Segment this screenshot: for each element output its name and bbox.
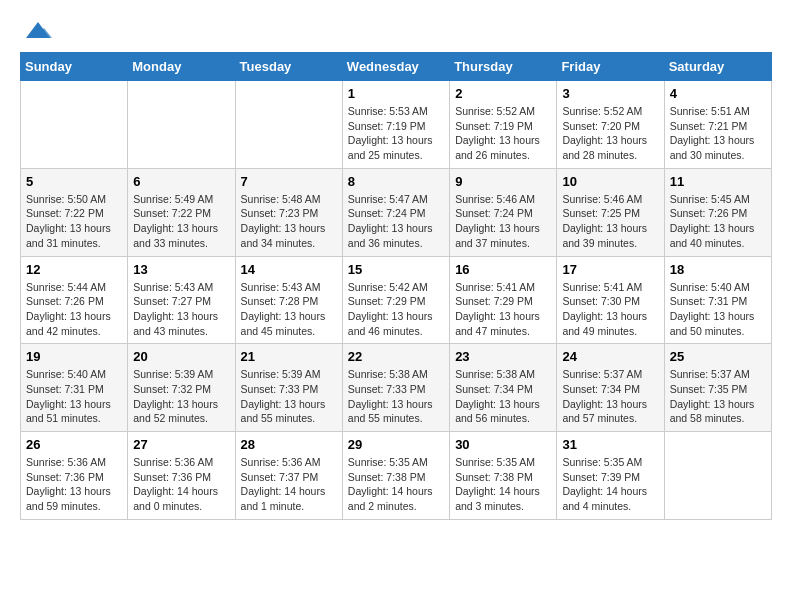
day-info: Sunrise: 5:50 AMSunset: 7:22 PMDaylight:… <box>26 192 122 251</box>
calendar-cell: 7Sunrise: 5:48 AMSunset: 7:23 PMDaylight… <box>235 168 342 256</box>
day-number: 26 <box>26 437 122 452</box>
day-of-week-header: Tuesday <box>235 53 342 81</box>
calendar-cell: 17Sunrise: 5:41 AMSunset: 7:30 PMDayligh… <box>557 256 664 344</box>
calendar-cell: 11Sunrise: 5:45 AMSunset: 7:26 PMDayligh… <box>664 168 771 256</box>
calendar-cell <box>128 81 235 169</box>
day-number: 17 <box>562 262 658 277</box>
day-info: Sunrise: 5:42 AMSunset: 7:29 PMDaylight:… <box>348 280 444 339</box>
day-info: Sunrise: 5:48 AMSunset: 7:23 PMDaylight:… <box>241 192 337 251</box>
logo <box>20 20 54 42</box>
calendar-cell: 19Sunrise: 5:40 AMSunset: 7:31 PMDayligh… <box>21 344 128 432</box>
day-info: Sunrise: 5:51 AMSunset: 7:21 PMDaylight:… <box>670 104 766 163</box>
day-info: Sunrise: 5:47 AMSunset: 7:24 PMDaylight:… <box>348 192 444 251</box>
calendar-cell: 8Sunrise: 5:47 AMSunset: 7:24 PMDaylight… <box>342 168 449 256</box>
day-number: 5 <box>26 174 122 189</box>
day-info: Sunrise: 5:36 AMSunset: 7:36 PMDaylight:… <box>26 455 122 514</box>
page-header <box>20 20 772 42</box>
day-info: Sunrise: 5:43 AMSunset: 7:27 PMDaylight:… <box>133 280 229 339</box>
day-number: 7 <box>241 174 337 189</box>
day-number: 15 <box>348 262 444 277</box>
day-number: 11 <box>670 174 766 189</box>
calendar-cell: 22Sunrise: 5:38 AMSunset: 7:33 PMDayligh… <box>342 344 449 432</box>
calendar-cell: 14Sunrise: 5:43 AMSunset: 7:28 PMDayligh… <box>235 256 342 344</box>
calendar-cell: 26Sunrise: 5:36 AMSunset: 7:36 PMDayligh… <box>21 432 128 520</box>
day-info: Sunrise: 5:40 AMSunset: 7:31 PMDaylight:… <box>670 280 766 339</box>
day-info: Sunrise: 5:38 AMSunset: 7:34 PMDaylight:… <box>455 367 551 426</box>
calendar-cell: 27Sunrise: 5:36 AMSunset: 7:36 PMDayligh… <box>128 432 235 520</box>
day-number: 30 <box>455 437 551 452</box>
calendar-cell: 24Sunrise: 5:37 AMSunset: 7:34 PMDayligh… <box>557 344 664 432</box>
day-number: 9 <box>455 174 551 189</box>
day-info: Sunrise: 5:45 AMSunset: 7:26 PMDaylight:… <box>670 192 766 251</box>
calendar-cell: 16Sunrise: 5:41 AMSunset: 7:29 PMDayligh… <box>450 256 557 344</box>
day-info: Sunrise: 5:38 AMSunset: 7:33 PMDaylight:… <box>348 367 444 426</box>
calendar-cell: 18Sunrise: 5:40 AMSunset: 7:31 PMDayligh… <box>664 256 771 344</box>
day-number: 12 <box>26 262 122 277</box>
calendar-cell: 21Sunrise: 5:39 AMSunset: 7:33 PMDayligh… <box>235 344 342 432</box>
day-of-week-header: Wednesday <box>342 53 449 81</box>
day-number: 23 <box>455 349 551 364</box>
day-number: 18 <box>670 262 766 277</box>
day-info: Sunrise: 5:49 AMSunset: 7:22 PMDaylight:… <box>133 192 229 251</box>
calendar-cell: 9Sunrise: 5:46 AMSunset: 7:24 PMDaylight… <box>450 168 557 256</box>
day-info: Sunrise: 5:39 AMSunset: 7:33 PMDaylight:… <box>241 367 337 426</box>
calendar-cell: 13Sunrise: 5:43 AMSunset: 7:27 PMDayligh… <box>128 256 235 344</box>
calendar-cell: 28Sunrise: 5:36 AMSunset: 7:37 PMDayligh… <box>235 432 342 520</box>
day-number: 20 <box>133 349 229 364</box>
calendar-cell: 29Sunrise: 5:35 AMSunset: 7:38 PMDayligh… <box>342 432 449 520</box>
calendar-cell: 4Sunrise: 5:51 AMSunset: 7:21 PMDaylight… <box>664 81 771 169</box>
calendar-week-row: 26Sunrise: 5:36 AMSunset: 7:36 PMDayligh… <box>21 432 772 520</box>
day-info: Sunrise: 5:52 AMSunset: 7:19 PMDaylight:… <box>455 104 551 163</box>
day-info: Sunrise: 5:35 AMSunset: 7:38 PMDaylight:… <box>455 455 551 514</box>
calendar-week-row: 19Sunrise: 5:40 AMSunset: 7:31 PMDayligh… <box>21 344 772 432</box>
day-number: 8 <box>348 174 444 189</box>
day-number: 1 <box>348 86 444 101</box>
day-info: Sunrise: 5:41 AMSunset: 7:29 PMDaylight:… <box>455 280 551 339</box>
day-info: Sunrise: 5:37 AMSunset: 7:34 PMDaylight:… <box>562 367 658 426</box>
day-info: Sunrise: 5:35 AMSunset: 7:39 PMDaylight:… <box>562 455 658 514</box>
calendar-week-row: 1Sunrise: 5:53 AMSunset: 7:19 PMDaylight… <box>21 81 772 169</box>
day-info: Sunrise: 5:46 AMSunset: 7:25 PMDaylight:… <box>562 192 658 251</box>
day-info: Sunrise: 5:44 AMSunset: 7:26 PMDaylight:… <box>26 280 122 339</box>
calendar-week-row: 12Sunrise: 5:44 AMSunset: 7:26 PMDayligh… <box>21 256 772 344</box>
day-of-week-header: Sunday <box>21 53 128 81</box>
day-info: Sunrise: 5:36 AMSunset: 7:36 PMDaylight:… <box>133 455 229 514</box>
day-info: Sunrise: 5:46 AMSunset: 7:24 PMDaylight:… <box>455 192 551 251</box>
day-number: 14 <box>241 262 337 277</box>
day-number: 2 <box>455 86 551 101</box>
day-of-week-header: Thursday <box>450 53 557 81</box>
calendar-cell: 12Sunrise: 5:44 AMSunset: 7:26 PMDayligh… <box>21 256 128 344</box>
calendar-cell: 1Sunrise: 5:53 AMSunset: 7:19 PMDaylight… <box>342 81 449 169</box>
day-info: Sunrise: 5:40 AMSunset: 7:31 PMDaylight:… <box>26 367 122 426</box>
calendar-cell: 5Sunrise: 5:50 AMSunset: 7:22 PMDaylight… <box>21 168 128 256</box>
day-number: 24 <box>562 349 658 364</box>
day-number: 22 <box>348 349 444 364</box>
logo-icon <box>22 20 54 42</box>
calendar-cell: 23Sunrise: 5:38 AMSunset: 7:34 PMDayligh… <box>450 344 557 432</box>
day-info: Sunrise: 5:39 AMSunset: 7:32 PMDaylight:… <box>133 367 229 426</box>
day-number: 29 <box>348 437 444 452</box>
calendar-cell: 3Sunrise: 5:52 AMSunset: 7:20 PMDaylight… <box>557 81 664 169</box>
calendar-week-row: 5Sunrise: 5:50 AMSunset: 7:22 PMDaylight… <box>21 168 772 256</box>
day-number: 6 <box>133 174 229 189</box>
calendar-cell: 2Sunrise: 5:52 AMSunset: 7:19 PMDaylight… <box>450 81 557 169</box>
day-info: Sunrise: 5:37 AMSunset: 7:35 PMDaylight:… <box>670 367 766 426</box>
calendar-cell <box>664 432 771 520</box>
day-of-week-header: Friday <box>557 53 664 81</box>
day-number: 28 <box>241 437 337 452</box>
day-info: Sunrise: 5:35 AMSunset: 7:38 PMDaylight:… <box>348 455 444 514</box>
calendar-cell <box>235 81 342 169</box>
calendar-cell: 15Sunrise: 5:42 AMSunset: 7:29 PMDayligh… <box>342 256 449 344</box>
day-number: 27 <box>133 437 229 452</box>
day-number: 4 <box>670 86 766 101</box>
calendar-cell: 30Sunrise: 5:35 AMSunset: 7:38 PMDayligh… <box>450 432 557 520</box>
day-number: 21 <box>241 349 337 364</box>
day-info: Sunrise: 5:41 AMSunset: 7:30 PMDaylight:… <box>562 280 658 339</box>
day-info: Sunrise: 5:53 AMSunset: 7:19 PMDaylight:… <box>348 104 444 163</box>
day-number: 13 <box>133 262 229 277</box>
day-info: Sunrise: 5:43 AMSunset: 7:28 PMDaylight:… <box>241 280 337 339</box>
day-number: 19 <box>26 349 122 364</box>
day-info: Sunrise: 5:52 AMSunset: 7:20 PMDaylight:… <box>562 104 658 163</box>
day-info: Sunrise: 5:36 AMSunset: 7:37 PMDaylight:… <box>241 455 337 514</box>
calendar-cell: 6Sunrise: 5:49 AMSunset: 7:22 PMDaylight… <box>128 168 235 256</box>
